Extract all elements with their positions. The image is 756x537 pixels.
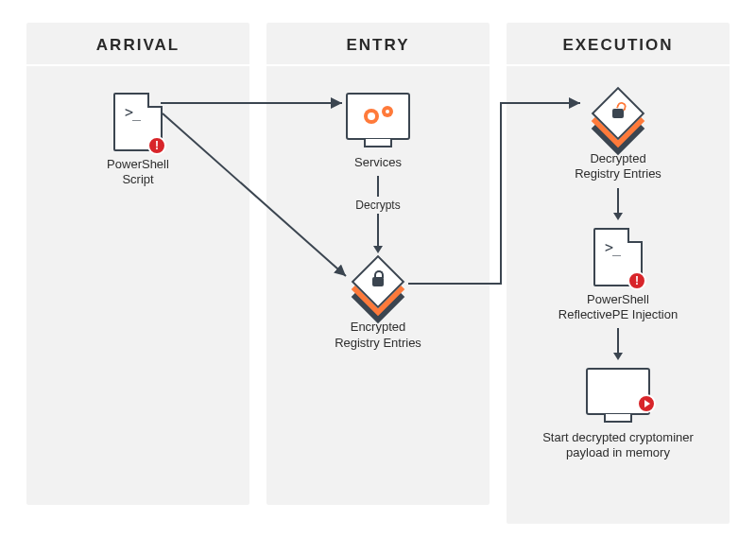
stack-icon xyxy=(590,93,646,146)
connector xyxy=(613,328,623,360)
label-line: Registry Entries xyxy=(575,166,662,181)
stack-icon xyxy=(350,261,406,314)
lock-open-icon xyxy=(612,109,624,118)
label-line: Services xyxy=(354,155,402,169)
connector-label: Decrypts xyxy=(355,199,400,212)
label-line: Script xyxy=(122,172,153,186)
connector-line xyxy=(617,188,619,213)
column-header-execution: EXECUTION xyxy=(507,23,730,66)
column-header-entry: ENTRY xyxy=(266,23,490,66)
label-line: ReflectivePE Injection xyxy=(558,307,678,321)
label-line: PowerShell xyxy=(107,157,169,171)
node-label: Services xyxy=(354,155,402,170)
label-line: PowerShell xyxy=(587,292,649,306)
connector-line xyxy=(377,176,379,197)
connector-decrypts: Decrypts xyxy=(355,176,400,253)
code-glyph: >_ xyxy=(125,106,140,120)
file-icon: >_ ! xyxy=(113,93,163,151)
gears-icon xyxy=(352,99,404,133)
alert-badge-icon: ! xyxy=(147,136,166,155)
node-label: Encrypted Registry Entries xyxy=(335,320,421,351)
alert-badge-icon: ! xyxy=(627,271,646,290)
monitor-stand xyxy=(613,413,623,417)
column-header-arrival: ARRIVAL xyxy=(26,23,249,66)
play-badge-icon xyxy=(637,394,656,413)
label-line: Start decrypted cryptominer xyxy=(542,430,694,444)
gear-icon xyxy=(382,106,393,117)
play-icon xyxy=(644,400,650,407)
monitor-wrap xyxy=(586,368,650,415)
node-services: Services xyxy=(346,93,410,170)
node-encrypted-registry: Encrypted Registry Entries xyxy=(335,261,421,351)
node-powershell-reflective: >_ ! PowerShell ReflectivePE Injection xyxy=(558,228,678,323)
column-arrival: ARRIVAL >_ ! PowerShell Script xyxy=(26,23,249,505)
node-start-payload: Start decrypted cryptominer payload in m… xyxy=(542,368,694,461)
label-line: Registry Entries xyxy=(335,336,421,350)
node-label: PowerShell ReflectivePE Injection xyxy=(558,292,678,323)
arrowhead-down-icon xyxy=(613,353,623,360)
connector-line xyxy=(617,328,619,353)
arrowhead-down-icon xyxy=(613,213,623,220)
node-powershell-script: >_ ! PowerShell Script xyxy=(107,93,169,188)
node-label: PowerShell Script xyxy=(107,157,169,188)
code-glyph: >_ xyxy=(605,241,620,255)
diagram-columns: ARRIVAL >_ ! PowerShell Script ENTRY xyxy=(0,0,756,533)
monitor-wrap xyxy=(346,93,410,140)
node-decrypted-registry: Decrypted Registry Entries xyxy=(575,93,662,182)
connector-line xyxy=(377,214,379,246)
monitor-stand xyxy=(373,138,383,142)
column-entry: ENTRY Services Decrypts xyxy=(266,23,490,505)
gear-icon xyxy=(364,109,379,124)
node-label: Start decrypted cryptominer payload in m… xyxy=(542,430,694,461)
label-line: payload in memory xyxy=(566,445,670,459)
lock-closed-icon xyxy=(372,277,384,286)
node-label: Decrypted Registry Entries xyxy=(575,151,662,182)
column-execution: EXECUTION Decrypted Registry Entries >_ … xyxy=(507,23,730,524)
monitor-icon xyxy=(346,93,410,140)
connector xyxy=(613,188,623,220)
file-icon: >_ ! xyxy=(593,228,643,286)
arrowhead-down-icon xyxy=(373,246,383,253)
